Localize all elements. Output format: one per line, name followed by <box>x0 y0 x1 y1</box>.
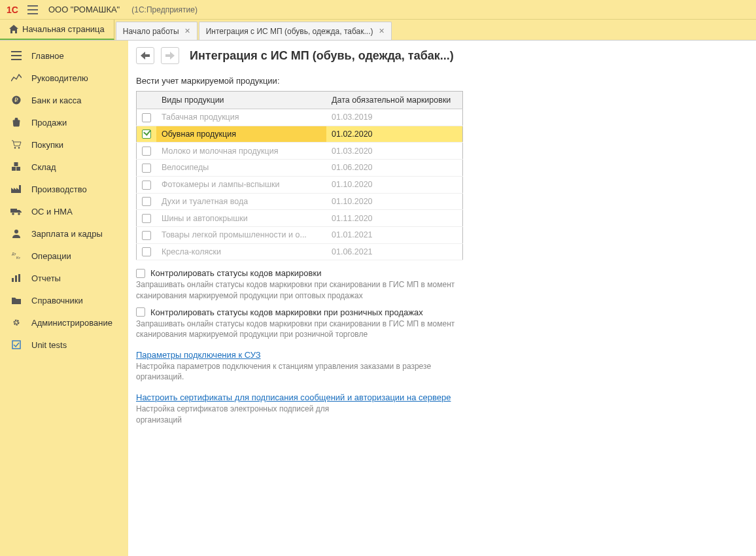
sidebar-item-operations[interactable]: ДтКт Операции <box>0 245 128 267</box>
table-row[interactable]: Молоко и молочная продукция01.03.2020 <box>137 143 463 160</box>
product-types-table: Виды продукции Дата обязательной маркиро… <box>136 91 463 260</box>
bag-icon <box>10 117 22 128</box>
option-control-statuses[interactable]: Контролировать статусы кодов маркировки <box>136 268 756 278</box>
sidebar-item-label: ОС и НМА <box>31 207 73 217</box>
link-certificates[interactable]: Настроить сертификаты для подписания соо… <box>136 392 451 402</box>
row-name: Товары легкой промышленности и о... <box>156 226 326 243</box>
sidebar-item-main[interactable]: Главное <box>0 44 128 67</box>
ruble-icon: ₽ <box>10 95 22 105</box>
journal-icon: ДтКт <box>10 251 22 261</box>
intro-label: Вести учет маркируемой продукции: <box>136 76 756 86</box>
row-date: 01.01.2021 <box>326 226 463 243</box>
sidebar-item-label: Unit tests <box>31 340 67 350</box>
chart-line-icon <box>10 73 22 83</box>
svg-rect-14 <box>15 275 17 282</box>
forward-button[interactable] <box>161 47 179 64</box>
factory-icon <box>10 184 22 194</box>
sidebar-item-sales[interactable]: Продажи <box>0 111 128 133</box>
sidebar-item-label: Администрирование <box>31 318 112 328</box>
sidebar-item-assets[interactable]: ОС и НМА <box>0 200 128 222</box>
row-date: 01.03.2019 <box>326 109 463 126</box>
row-checkbox[interactable] <box>142 164 151 173</box>
svg-text:Дт: Дт <box>12 252 16 256</box>
row-name: Молоко и молочная продукция <box>156 143 326 160</box>
product-name: (1С:Предприятие) <box>131 5 198 14</box>
content-area: Интеграция с ИС МП (обувь, одежда, табак… <box>128 41 756 556</box>
row-name: Фотокамеры и лампы-вспышки <box>156 176 326 193</box>
row-date: 01.06.2021 <box>326 243 463 260</box>
table-row[interactable]: Обувная продукция01.02.2020 <box>137 126 463 143</box>
row-checkbox[interactable] <box>142 214 151 223</box>
svg-rect-17 <box>12 341 20 349</box>
row-name: Обувная продукция <box>156 126 326 143</box>
sidebar-item-production[interactable]: Производство <box>0 178 128 200</box>
option-control-statuses-retail[interactable]: Контролировать статусы кодов маркировки … <box>136 307 756 317</box>
option-desc: Запрашивать онлайн статусы кодов маркиро… <box>136 319 463 339</box>
svg-point-8 <box>12 213 14 215</box>
row-name: Табачная продукция <box>156 109 326 126</box>
sidebar-item-label: Зарплата и кадры <box>31 229 103 239</box>
row-checkbox[interactable] <box>142 147 151 156</box>
sidebar: Главное Руководителю ₽ Банк и касса Прод… <box>0 41 128 556</box>
tab-label: Начало работы <box>123 27 179 36</box>
table-row[interactable]: Духи и туалетная вода01.10.2020 <box>137 193 463 210</box>
tab-label: Интеграция с ИС МП (обувь, одежда, табак… <box>206 27 373 36</box>
tab-home-label: Начальная страница <box>22 24 105 34</box>
col-type: Виды продукции <box>156 92 326 109</box>
svg-point-10 <box>14 230 18 234</box>
sidebar-item-admin[interactable]: Администрирование <box>0 311 128 334</box>
sidebar-item-bank[interactable]: ₽ Банк и касса <box>0 89 128 111</box>
table-row[interactable]: Кресла-коляски01.06.2021 <box>137 243 463 260</box>
table-row[interactable]: Фотокамеры и лампы-вспышки01.10.2020 <box>137 176 463 193</box>
link-desc: Настройка сертификатов электронных подпи… <box>136 404 345 425</box>
title-bar: 1C ООО "РОМАШКА" (1С:Предприятие) <box>0 0 756 20</box>
checkbox[interactable] <box>136 307 145 317</box>
table-row[interactable]: Велосипеды01.06.2020 <box>137 160 463 177</box>
menu-icon[interactable] <box>27 5 39 14</box>
row-checkbox[interactable] <box>142 231 151 240</box>
link-suz-params[interactable]: Параметры подключения к СУЗ <box>136 350 261 360</box>
close-icon[interactable]: ✕ <box>379 27 385 35</box>
home-icon <box>9 25 18 33</box>
back-button[interactable] <box>136 47 154 64</box>
table-row[interactable]: Товары легкой промышленности и о...01.01… <box>137 226 463 243</box>
tab-home[interactable]: Начальная страница <box>0 20 114 40</box>
tab-start[interactable]: Начало работы ✕ <box>116 22 198 40</box>
sidebar-item-label: Продажи <box>31 118 67 128</box>
row-checkbox[interactable] <box>142 130 151 139</box>
row-checkbox[interactable] <box>142 247 151 256</box>
tab-integration[interactable]: Интеграция с ИС МП (обувь, одежда, табак… <box>199 22 392 40</box>
table-row[interactable]: Шины и автопокрышки01.11.2020 <box>137 210 463 227</box>
bar-chart-icon <box>10 273 22 283</box>
sidebar-item-tests[interactable]: Unit tests <box>0 334 128 356</box>
svg-point-9 <box>18 213 20 215</box>
person-icon <box>10 228 22 239</box>
sidebar-item-label: Производство <box>31 184 87 194</box>
gear-icon <box>10 317 22 328</box>
boxes-icon <box>10 162 22 172</box>
row-name: Шины и автопокрышки <box>156 210 326 227</box>
row-checkbox[interactable] <box>142 113 151 122</box>
link-desc: Настройка параметров подключения к станц… <box>136 361 463 382</box>
row-checkbox[interactable] <box>142 197 151 206</box>
row-date: 01.11.2020 <box>326 210 463 227</box>
sidebar-item-label: Руководителю <box>31 73 88 83</box>
row-checkbox[interactable] <box>142 181 151 190</box>
option-label: Контролировать статусы кодов маркировки … <box>150 307 423 317</box>
sidebar-item-reports[interactable]: Отчеты <box>0 267 128 289</box>
org-name: ООО "РОМАШКА" <box>48 5 120 14</box>
star-icon <box>10 50 22 61</box>
checkbox[interactable] <box>136 269 145 278</box>
sidebar-item-label: Покупки <box>31 140 63 150</box>
page-title: Интеграция с ИС МП (обувь, одежда, табак… <box>190 49 454 63</box>
svg-rect-15 <box>18 274 20 282</box>
table-row[interactable]: Табачная продукция01.03.2019 <box>137 109 463 126</box>
close-icon[interactable]: ✕ <box>184 27 190 35</box>
svg-text:₽: ₽ <box>14 97 18 103</box>
sidebar-item-manager[interactable]: Руководителю <box>0 67 128 89</box>
row-date: 01.02.2020 <box>326 126 463 143</box>
sidebar-item-warehouse[interactable]: Склад <box>0 156 128 178</box>
sidebar-item-directories[interactable]: Справочники <box>0 289 128 311</box>
sidebar-item-purchases[interactable]: Покупки <box>0 133 128 156</box>
sidebar-item-salary[interactable]: Зарплата и кадры <box>0 222 128 245</box>
